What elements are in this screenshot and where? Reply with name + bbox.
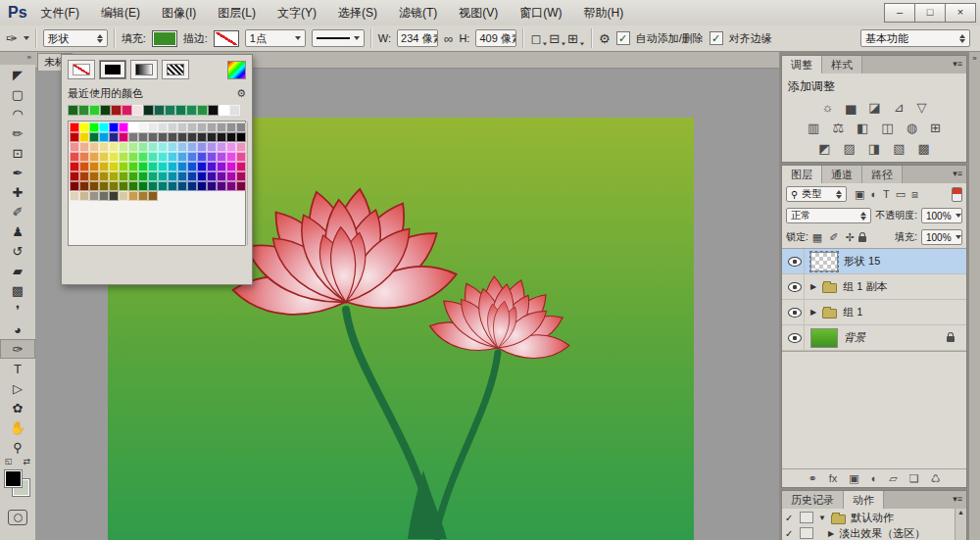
color-swatch[interactable] [226, 123, 236, 132]
color-swatch[interactable] [128, 172, 138, 181]
path-selection-tool[interactable]: ▷ [0, 378, 35, 398]
color-lookup-icon[interactable]: ⊞ [930, 121, 941, 135]
crop-tool[interactable]: ⊡ [0, 143, 35, 163]
lock-transparency-icon[interactable]: ▦ [812, 231, 822, 244]
color-swatch[interactable] [236, 172, 246, 181]
visibility-toggle[interactable] [786, 325, 805, 350]
action-dialog-toggle[interactable] [800, 512, 813, 523]
action-dialog-toggle[interactable] [800, 527, 813, 539]
color-swatch[interactable] [109, 162, 119, 172]
color-swatch[interactable] [122, 105, 132, 116]
layer-name[interactable]: 组 1 副本 [843, 279, 887, 294]
color-swatch[interactable] [158, 123, 168, 132]
color-swatch[interactable] [128, 142, 138, 152]
color-swatch[interactable] [99, 172, 109, 181]
color-swatch[interactable] [226, 172, 236, 181]
actions-tab-0[interactable]: 历史记录 [782, 491, 844, 509]
color-swatch[interactable] [207, 152, 217, 162]
color-swatch[interactable] [187, 132, 197, 142]
vibrance-icon[interactable]: ▽ [917, 100, 927, 115]
hue-saturation-icon[interactable]: ▥ [808, 121, 819, 135]
color-swatch[interactable] [70, 152, 79, 162]
color-swatch[interactable] [111, 105, 122, 116]
gradient-tool[interactable]: ▩ [0, 280, 35, 300]
color-swatch[interactable] [207, 181, 217, 191]
selective-color-icon[interactable]: ▧ [893, 141, 905, 156]
menu-item-0[interactable]: 文件(F) [41, 5, 79, 22]
color-swatch[interactable] [109, 191, 119, 201]
color-swatch[interactable] [89, 172, 99, 181]
actions-panel-menu-icon[interactable]: ▾≡ [953, 494, 962, 504]
color-swatch[interactable] [143, 105, 154, 116]
color-swatch[interactable] [79, 152, 89, 162]
path-operations-icon[interactable]: ◻ [530, 31, 541, 46]
delete-layer-icon[interactable]: ♺ [931, 472, 941, 485]
layer-thumbnail[interactable] [810, 328, 838, 348]
color-swatch[interactable] [187, 172, 197, 181]
swap-colors-icon[interactable]: ⇄ [23, 457, 30, 466]
layer-row[interactable]: ▶组 1 副本 [782, 274, 966, 300]
foreground-color-well[interactable] [5, 470, 22, 487]
link-dimensions-icon[interactable]: ∞ [444, 31, 453, 46]
action-check-icon[interactable]: ✓ [785, 528, 795, 539]
color-swatch[interactable] [177, 152, 187, 162]
hand-tool[interactable]: ✋ [0, 417, 35, 437]
color-swatch[interactable] [119, 132, 128, 142]
color-swatch[interactable] [168, 123, 177, 132]
invert-icon[interactable]: ◩ [818, 141, 830, 156]
color-swatch[interactable] [79, 172, 89, 181]
color-swatch[interactable] [175, 105, 186, 116]
color-swatch[interactable] [99, 191, 109, 201]
color-swatch[interactable] [177, 142, 187, 152]
color-swatch[interactable] [177, 132, 187, 142]
brightness-contrast-icon[interactable]: ☼ [821, 100, 833, 115]
picker-gear-icon[interactable]: ⚙ [236, 87, 246, 100]
gradient-button[interactable] [130, 60, 158, 79]
photo-filter-icon[interactable]: ◫ [881, 121, 893, 135]
color-swatch[interactable] [158, 142, 168, 152]
color-swatch[interactable] [197, 181, 207, 191]
color-swatch[interactable] [138, 181, 148, 191]
color-swatch[interactable] [226, 152, 236, 162]
color-swatch[interactable] [148, 191, 158, 201]
color-swatch[interactable] [229, 105, 240, 116]
lock-position-icon[interactable]: ✢ [845, 231, 854, 244]
color-swatch[interactable] [197, 105, 208, 116]
color-swatch[interactable] [128, 162, 138, 172]
color-swatch[interactable] [197, 152, 207, 162]
expand-group-icon[interactable]: ▶ [810, 308, 816, 317]
color-picker-button[interactable] [227, 61, 246, 79]
color-swatch[interactable] [177, 181, 187, 191]
color-swatch[interactable] [79, 191, 89, 201]
action-expand-icon[interactable]: ▶ [828, 529, 834, 538]
add-mask-icon[interactable]: ▣ [849, 472, 858, 485]
color-swatch[interactable] [207, 123, 217, 132]
custom-shape-tool[interactable]: ✿ [0, 398, 35, 417]
gear-icon[interactable]: ⚙ [599, 31, 611, 46]
filter-pixel-icon[interactable]: ▣ [855, 188, 864, 201]
color-swatch[interactable] [89, 123, 99, 132]
color-swatch[interactable] [89, 191, 99, 201]
tools-collapse-button[interactable]: » [0, 52, 35, 65]
color-swatch[interactable] [197, 132, 207, 142]
filter-type-icon[interactable]: T [883, 188, 890, 201]
color-swatch[interactable] [109, 123, 119, 132]
layer-row[interactable]: 形状 15 [782, 249, 966, 274]
menu-item-4[interactable]: 文字(Y) [277, 5, 317, 22]
eraser-tool[interactable]: ▰ [0, 261, 35, 280]
color-swatch[interactable] [70, 142, 79, 152]
color-swatch[interactable] [217, 142, 226, 152]
color-swatch[interactable] [168, 162, 177, 172]
color-swatch[interactable] [119, 172, 128, 181]
quick-mask-button[interactable] [8, 510, 27, 525]
color-swatch[interactable] [89, 152, 99, 162]
menu-item-1[interactable]: 编辑(E) [101, 5, 140, 22]
color-swatch[interactable] [217, 172, 226, 181]
color-balance-icon[interactable]: ⚖ [832, 121, 844, 135]
color-swatch[interactable] [119, 152, 128, 162]
color-swatch[interactable] [79, 142, 89, 152]
color-swatch[interactable] [219, 105, 229, 116]
color-swatch[interactable] [128, 132, 138, 142]
color-swatch[interactable] [197, 162, 207, 172]
path-arrange-icon[interactable]: ⊞ [567, 31, 578, 46]
